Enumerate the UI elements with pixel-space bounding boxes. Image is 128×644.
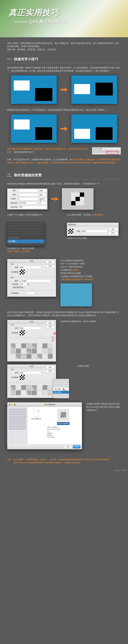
- pattern-item[interactable]: [21, 354, 26, 359]
- distribute-button[interactable]: [114, 150, 116, 153]
- pattern-item[interactable]: [37, 385, 42, 390]
- menu-item-blurred[interactable]: [7, 244, 44, 246]
- black-pixel: [75, 197, 80, 201]
- use-select[interactable]: 图案: [20, 371, 43, 374]
- align-hcenter-button[interactable]: [96, 150, 99, 153]
- pattern-item[interactable]: [21, 343, 26, 348]
- pattern-swatch[interactable]: [20, 269, 25, 274]
- pattern-item[interactable]: [37, 343, 42, 348]
- pattern-item[interactable]: [48, 390, 53, 395]
- menu-item-blurred[interactable]: [7, 233, 44, 236]
- pattern-item[interactable]: [42, 343, 47, 348]
- pattern-item[interactable]: [16, 385, 21, 390]
- maximize-icon[interactable]: [14, 404, 16, 406]
- ok-button[interactable]: 确定: [46, 260, 55, 264]
- use-select[interactable]: 图案: [20, 266, 43, 269]
- pattern-item[interactable]: [16, 354, 21, 359]
- width-input[interactable]: [17, 189, 38, 192]
- close-icon[interactable]: [9, 404, 11, 406]
- menu-item-blurred[interactable]: [53, 381, 69, 383]
- pattern-item[interactable]: [42, 385, 47, 390]
- pattern-item[interactable]: [32, 385, 37, 390]
- cancel-button[interactable]: 取消: [109, 231, 117, 234]
- menu-item-blurred[interactable]: [53, 379, 69, 381]
- ok-button[interactable]: 确定: [46, 366, 55, 369]
- canvas-after-2: [71, 114, 117, 143]
- pattern-item[interactable]: [11, 348, 16, 354]
- blendmode-select[interactable]: 正片叠底: [20, 280, 53, 282]
- pattern-item[interactable]: [37, 354, 42, 359]
- chevron-down-icon[interactable]: [26, 272, 27, 272]
- pattern-swatch[interactable]: [20, 330, 25, 335]
- pattern-item[interactable]: [11, 343, 16, 348]
- pattern-item[interactable]: [16, 348, 21, 354]
- width-unit[interactable]: 像素: [39, 189, 46, 192]
- pattern-item[interactable]: [37, 390, 42, 395]
- colormode-select[interactable]: RGB 颜色: [19, 202, 37, 204]
- menu-item-blurred[interactable]: [53, 394, 69, 396]
- pattern-item[interactable]: [27, 390, 32, 395]
- file-item[interactable]: 129个图案.pat: [28, 407, 45, 444]
- menu-item-define-shape[interactable]: 定义自定形状...: [7, 236, 44, 240]
- bg-select[interactable]: 透明: [19, 206, 46, 209]
- pattern-item[interactable]: [21, 385, 26, 390]
- pattern-swatch[interactable]: [20, 375, 25, 380]
- use-select[interactable]: 图案: [20, 327, 43, 330]
- pattern-item[interactable]: [48, 348, 53, 354]
- resolution-input[interactable]: [17, 198, 38, 200]
- bit-select[interactable]: 8 位: [38, 202, 46, 204]
- pattern-item[interactable]: [48, 343, 53, 348]
- pattern-name-input[interactable]: [81, 230, 107, 233]
- pattern-item[interactable]: [27, 354, 32, 359]
- pattern-item[interactable]: [27, 385, 32, 390]
- height-unit[interactable]: 像素: [39, 193, 46, 196]
- script-pattern-checkbox[interactable]: [9, 292, 11, 294]
- menu-item-blurred[interactable]: [7, 228, 44, 230]
- pattern-item[interactable]: [21, 390, 26, 395]
- pattern-item[interactable]: [32, 343, 37, 348]
- menu-item-blurred[interactable]: [7, 231, 44, 233]
- pattern-item[interactable]: [32, 348, 37, 354]
- pattern-item[interactable]: [42, 348, 47, 354]
- chevron-down-icon[interactable]: [26, 332, 27, 333]
- menu-item-blurred[interactable]: [53, 386, 69, 388]
- open-button[interactable]: 打开: [73, 445, 80, 448]
- align-left-button[interactable]: [93, 150, 96, 153]
- pattern-item[interactable]: [48, 385, 53, 390]
- pattern-item[interactable]: [27, 348, 32, 354]
- distribute-button[interactable]: [117, 150, 120, 153]
- menu-item-blurred[interactable]: [53, 384, 69, 386]
- pattern-item[interactable]: [27, 343, 32, 348]
- divider-line: [14, 22, 27, 22]
- menu-item-blurred[interactable]: [7, 226, 44, 228]
- pattern-item[interactable]: [16, 343, 21, 348]
- cancel-button[interactable]: 取消: [64, 445, 72, 448]
- pattern-item[interactable]: [11, 390, 16, 395]
- pattern-item[interactable]: [42, 390, 47, 395]
- ok-button[interactable]: 确定: [109, 228, 117, 231]
- pattern-item[interactable]: [32, 354, 37, 359]
- opacity-input[interactable]: [20, 283, 27, 286]
- resolution-unit[interactable]: 像素/英寸: [39, 198, 46, 200]
- gear-icon[interactable]: ⚙: [52, 340, 54, 342]
- menu-item-define-pattern[interactable]: 定义图案...: [7, 240, 44, 243]
- ok-button[interactable]: 确定: [46, 321, 55, 324]
- align-vcenter-button[interactable]: [107, 150, 110, 153]
- align-top-button[interactable]: [103, 150, 106, 153]
- pattern-item[interactable]: [11, 354, 16, 359]
- pattern-item[interactable]: [21, 348, 26, 354]
- menu-item-blurred[interactable]: [7, 223, 44, 225]
- align-bottom-button[interactable]: [110, 150, 113, 153]
- pattern-item[interactable]: [32, 390, 37, 395]
- pattern-item[interactable]: [16, 390, 21, 395]
- pattern-item[interactable]: [48, 354, 53, 359]
- preserve-transparency-checkbox[interactable]: [10, 286, 12, 288]
- height-input[interactable]: [17, 193, 38, 196]
- minimize-icon[interactable]: [11, 404, 13, 406]
- menu-item-blurred[interactable]: [53, 396, 69, 398]
- script-select[interactable]: 砖形填充: [20, 292, 35, 294]
- pattern-item[interactable]: [11, 385, 16, 390]
- pattern-item[interactable]: [42, 354, 47, 359]
- align-right-button[interactable]: [100, 150, 103, 153]
- pattern-item[interactable]: [37, 348, 42, 354]
